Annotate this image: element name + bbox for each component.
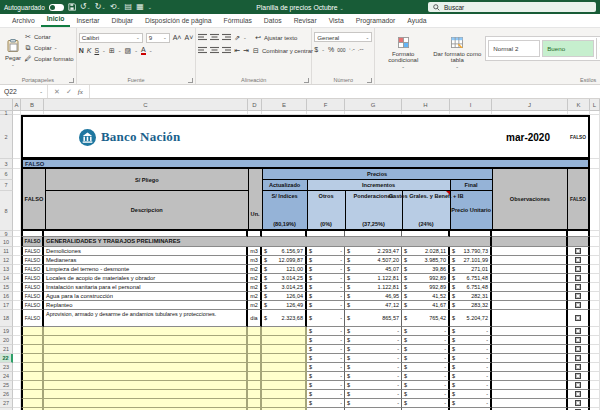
cell-A[interactable]	[13, 283, 21, 292]
cell-price-E[interactable]	[262, 363, 307, 372]
cell-observaciones[interactable]	[492, 372, 568, 381]
cell-price-G[interactable]: $1.122,81	[345, 274, 402, 283]
checkbox-icon[interactable]	[575, 391, 581, 397]
cell-L[interactable]	[590, 372, 600, 381]
cell-price-I[interactable]: $-	[450, 399, 492, 408]
cell-falso-flag[interactable]	[21, 363, 44, 372]
checkbox-icon[interactable]	[575, 248, 581, 254]
tab-revisar[interactable]: Revisar	[288, 15, 323, 27]
cell-L[interactable]	[590, 310, 600, 327]
cell-checkbox[interactable]	[568, 381, 590, 390]
cell-description[interactable]: Instalación sanitaria para el personal	[44, 283, 248, 292]
cell-price-F[interactable]: $-	[307, 345, 345, 354]
cell-price-I[interactable]: $283,32	[450, 301, 492, 310]
format-painter-quick-icon[interactable]: ⟲⌄	[110, 3, 121, 11]
conditional-formatting-button[interactable]: Formato condicional ⌄	[377, 30, 429, 75]
cell-falso-flag[interactable]: FALSO	[21, 265, 44, 274]
cell-price-G[interactable]: $1.122,81	[345, 283, 402, 292]
cell-falso-flag[interactable]: FALSO	[21, 283, 44, 292]
cell-description[interactable]: Medianeras	[44, 256, 248, 265]
cell-price-F[interactable]: $-	[307, 381, 345, 390]
cell-price-F[interactable]: $-	[307, 283, 345, 292]
tab-disposición-de-página[interactable]: Disposición de página	[139, 15, 218, 27]
cell-price-F[interactable]: $-	[307, 390, 345, 399]
cell-A[interactable]	[13, 292, 21, 301]
column-header-D[interactable]: D	[248, 99, 262, 110]
column-header-F[interactable]: F	[307, 99, 345, 110]
row-header-14[interactable]: 14	[0, 274, 13, 283]
row-header-24[interactable]: 24	[0, 372, 13, 381]
search-input[interactable]: Buscar	[428, 2, 596, 12]
confirm-entry-icon[interactable]: ✓	[66, 88, 72, 96]
cell-price-H[interactable]: $39,86	[402, 265, 450, 274]
cell-price-I[interactable]: $-	[450, 390, 492, 399]
cell-description[interactable]	[44, 390, 248, 399]
cell-price-G[interactable]: $-	[345, 390, 402, 399]
cell-unit[interactable]	[248, 327, 262, 336]
formula-input[interactable]	[90, 85, 600, 98]
row-header-13[interactable]: 13	[0, 265, 13, 274]
cell-falso-flag[interactable]: FALSO	[21, 310, 44, 327]
cell-A[interactable]	[13, 381, 21, 390]
save-icon[interactable]	[68, 3, 76, 11]
row-header-22[interactable]: 22	[0, 354, 13, 363]
cell-price-I[interactable]: $-	[450, 336, 492, 345]
cell-price-E[interactable]: $6.156,97	[262, 247, 307, 256]
cell-L[interactable]	[590, 301, 600, 310]
cell-description[interactable]	[44, 327, 248, 336]
column-header-I[interactable]: I	[450, 99, 492, 110]
cell-description[interactable]	[44, 399, 248, 408]
undo-icon[interactable]: ↺⌄	[80, 3, 91, 11]
cell-price-H[interactable]: $-	[402, 345, 450, 354]
checkbox-icon[interactable]	[575, 293, 581, 299]
cell-price-I[interactable]: $282,31	[450, 292, 492, 301]
cell-checkbox[interactable]	[568, 372, 590, 381]
cell-price-G[interactable]: $-	[345, 372, 402, 381]
align-middle-icon[interactable]	[210, 33, 219, 42]
cell-unit[interactable]	[248, 345, 262, 354]
cell-observaciones[interactable]	[492, 274, 568, 283]
cell-falso-flag[interactable]	[21, 336, 44, 345]
cell-unit[interactable]: m3	[248, 247, 262, 256]
cell-checkbox[interactable]	[568, 283, 590, 292]
cell-price-H[interactable]: $992,89	[402, 274, 450, 283]
column-header-C[interactable]: C	[44, 99, 248, 110]
cell-A[interactable]	[13, 390, 21, 399]
cell-A[interactable]	[13, 399, 21, 408]
cell-price-E[interactable]	[262, 336, 307, 345]
checkbox-icon[interactable]	[575, 275, 581, 281]
tab-datos[interactable]: Datos	[258, 15, 288, 27]
cell-price-E[interactable]: $3.014,25	[262, 274, 307, 283]
cell-unit[interactable]: m2	[248, 265, 262, 274]
cell-A[interactable]	[13, 169, 21, 231]
cancel-entry-icon[interactable]: ✕	[54, 88, 60, 96]
cell-price-E[interactable]	[262, 345, 307, 354]
increase-font-icon[interactable]: A˄	[173, 34, 182, 41]
column-header-J[interactable]: J	[492, 99, 568, 110]
cell-price-I[interactable]: $13.790,73	[450, 247, 492, 256]
row-header-27[interactable]: 27	[0, 399, 13, 408]
increase-indent-icon[interactable]: ⇥	[243, 47, 249, 55]
cell-A[interactable]	[13, 354, 21, 363]
decrease-indent-icon[interactable]: ⇤	[234, 47, 240, 55]
cell-price-F[interactable]: $-	[307, 292, 345, 301]
cell-price-G[interactable]: $4.507,20	[345, 256, 402, 265]
row-header-7[interactable]: 7	[0, 180, 13, 191]
cell-falso-flag[interactable]: FALSO	[21, 292, 44, 301]
orientation-icon[interactable]: ⇗	[234, 34, 240, 42]
cell-unit[interactable]	[248, 390, 262, 399]
cell-observaciones[interactable]	[492, 399, 568, 408]
cell-price-H[interactable]: $765,42	[402, 310, 450, 327]
cell-falso-flag[interactable]	[21, 372, 44, 381]
cell-L[interactable]	[590, 159, 600, 169]
cell-price-I[interactable]: $-	[450, 381, 492, 390]
cut-button[interactable]: ✂Cortar	[24, 32, 74, 41]
cell-checkbox[interactable]	[568, 390, 590, 399]
column-header-K[interactable]: K	[568, 99, 590, 110]
cell-observaciones[interactable]	[492, 283, 568, 292]
decrease-font-icon[interactable]: A˅	[184, 34, 193, 41]
checkbox-icon[interactable]	[575, 346, 581, 352]
tab-programador[interactable]: Programador	[350, 15, 402, 27]
copy-button[interactable]: ⧉Copiar⌄	[24, 43, 74, 52]
cell-L[interactable]	[590, 399, 600, 408]
